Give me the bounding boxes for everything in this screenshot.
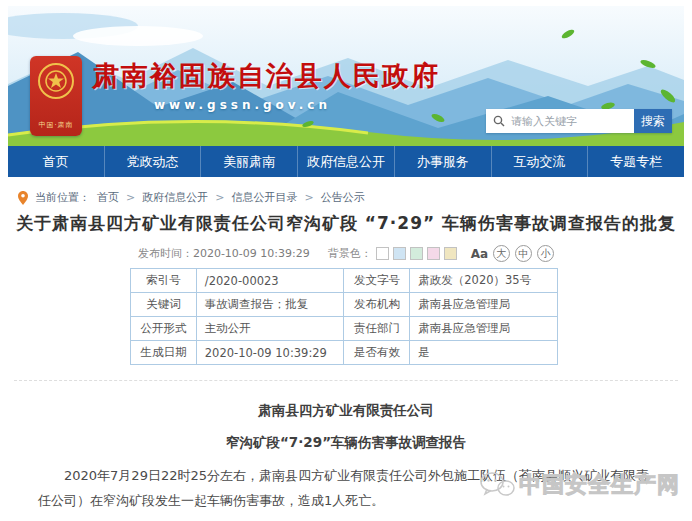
doc-number-value: 肃政发（2020）35号 [410, 269, 558, 293]
bgcolor-swatch-green[interactable] [410, 247, 423, 260]
breadcrumb-gov-info[interactable]: 政府信息公开 [142, 190, 208, 205]
creation-date-label: 生成日期 [131, 341, 197, 365]
index-number-value: /2020-00023 [196, 269, 344, 293]
site-banner: 中国·肃南 肃南裕固族自治县人民政府 www.gssn.gov.cn 请输入关键… [8, 6, 684, 146]
search-placeholder: 请输入关键字 [511, 114, 577, 129]
nav-item-home[interactable]: 首页 [8, 146, 104, 177]
font-size-large-button[interactable]: 大 [493, 245, 510, 262]
publish-time-label: 发布时间： [138, 246, 193, 261]
section-divider [14, 380, 678, 381]
page-title: 关于肃南县四方矿业有限责任公司窄沟矿段 “7·29” 车辆伤害事故调查报告的批复 [0, 212, 692, 235]
doc-number-label: 发文字号 [344, 269, 410, 293]
page: 中国·肃南 肃南裕固族自治县人民政府 www.gssn.gov.cn 请输入关键… [0, 0, 692, 521]
table-row: 关键词 事故调查报告；批复 发布机构 肃南县应急管理局 [131, 293, 558, 317]
nav-item-services[interactable]: 办事服务 [394, 146, 491, 177]
breadcrumb-info-catalog[interactable]: 信息公开目录 [231, 190, 297, 205]
bgcolor-swatch-tan[interactable] [444, 247, 457, 260]
document-info-table: 索引号 /2020-00023 发文字号 肃政发（2020）35号 关键词 事故… [130, 268, 558, 365]
search-button[interactable]: 搜索 [634, 109, 672, 133]
search-input[interactable]: 请输入关键字 [486, 109, 634, 133]
keywords-label: 关键词 [131, 293, 197, 317]
breadcrumb-separator: > [215, 191, 224, 204]
nav-item-special-topics[interactable]: 专题专栏 [587, 146, 684, 177]
breadcrumb-home[interactable]: 首页 [97, 190, 119, 205]
document-heading-company: 肃南县四方矿业有限责任公司 [0, 402, 692, 420]
site-logo[interactable]: 中国·肃南 [30, 56, 82, 136]
table-row: 索引号 /2020-00023 发文字号 肃政发（2020）35号 [131, 269, 558, 293]
location-pin-icon [18, 191, 28, 205]
nav-item-interaction[interactable]: 互动交流 [491, 146, 588, 177]
table-row: 公开形式 主动公开 责任部门 肃南县应急管理局 [131, 317, 558, 341]
disclosure-form-label: 公开形式 [131, 317, 197, 341]
search-icon [493, 115, 505, 127]
national-emblem-icon [38, 63, 74, 99]
breadcrumb-label: 当前位置： [35, 190, 90, 205]
font-size-medium-button[interactable]: 中 [515, 245, 532, 262]
table-row: 生成日期 2020-10-09 10:39:29 是否有效 是 [131, 341, 558, 365]
keywords-value: 事故调查报告；批复 [196, 293, 344, 317]
document-heading-report: 窄沟矿段“7·29”车辆伤害事故调查报告 [0, 434, 692, 452]
document-paragraph: 2020年7月29日22时25分左右，肃南县四方矿业有限责任公司外包施工队伍（苍… [38, 463, 656, 514]
responsible-dept-label: 责任部门 [344, 317, 410, 341]
logo-caption: 中国·肃南 [38, 120, 73, 130]
bgcolor-swatch-blue[interactable] [393, 247, 406, 260]
issuing-agency-value: 肃南县应急管理局 [410, 293, 558, 317]
index-number-label: 索引号 [131, 269, 197, 293]
font-size-small-button[interactable]: 小 [537, 245, 554, 262]
article-meta: 发布时间： 2020-10-09 10:39:29 背景色： Aa 大 中 小 [0, 245, 692, 262]
bgcolor-swatch-white[interactable] [376, 247, 389, 260]
breadcrumb: 当前位置： 首页 > 政府信息公开 > 信息公开目录 > 公告公示 [18, 190, 365, 205]
breadcrumb-separator: > [126, 191, 135, 204]
nav-item-gov-info[interactable]: 政府信息公开 [297, 146, 394, 177]
nav-item-party-news[interactable]: 党政动态 [104, 146, 201, 177]
search-bar: 请输入关键字 搜索 [486, 109, 672, 133]
issuing-agency-label: 发布机构 [344, 293, 410, 317]
bgcolor-label: 背景色： [328, 246, 372, 261]
breadcrumb-announcements[interactable]: 公告公示 [321, 190, 365, 205]
creation-date-value: 2020-10-09 10:39:29 [196, 341, 344, 365]
main-nav: 首页 党政动态 美丽肃南 政府信息公开 办事服务 互动交流 专题专栏 [8, 146, 684, 177]
font-size-icon[interactable]: Aa [471, 247, 488, 261]
site-title: 肃南裕固族自治县人民政府 [92, 58, 440, 94]
responsible-dept-value: 肃南县应急管理局 [410, 317, 558, 341]
disclosure-form-value: 主动公开 [196, 317, 344, 341]
site-url: www.gssn.gov.cn [154, 98, 331, 112]
validity-label: 是否有效 [344, 341, 410, 365]
breadcrumb-separator: > [304, 191, 313, 204]
nav-item-beautiful-sunan[interactable]: 美丽肃南 [200, 146, 297, 177]
publish-time: 2020-10-09 10:39:29 [193, 247, 310, 260]
bgcolor-swatch-pink[interactable] [427, 247, 440, 260]
validity-value: 是 [410, 341, 558, 365]
